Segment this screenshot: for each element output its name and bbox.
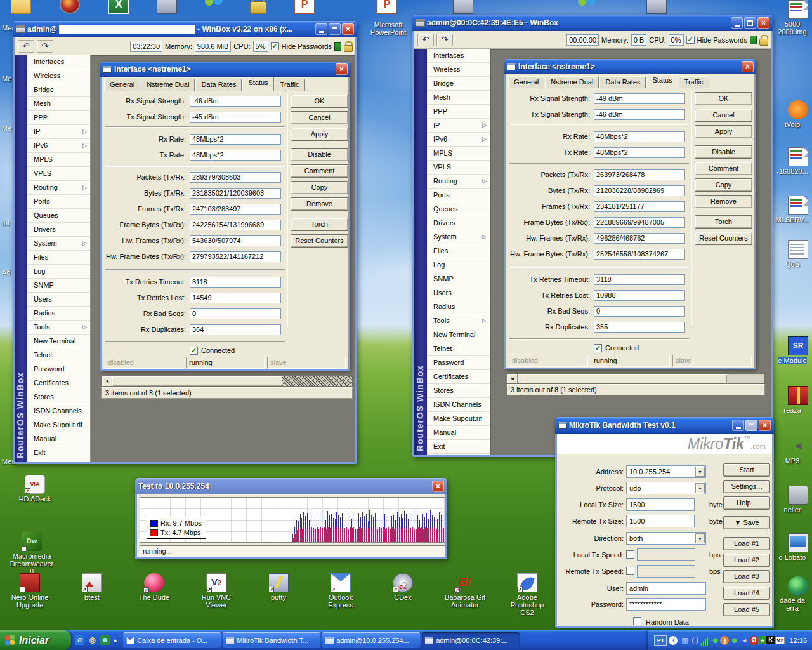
desktop-icon-adobe-photoshop-cs2[interactable]: ↗Adobe Photoshop CS2: [505, 573, 549, 616]
radio-orange-icon[interactable]: ): [720, 636, 729, 645]
desktop-icon-appbox[interactable]: [441, 0, 485, 14]
sidebar-item-make-supout-rif[interactable]: Make Supout.rif: [427, 412, 490, 426]
ok-button[interactable]: OK: [695, 92, 752, 105]
sidebar-item-vpls[interactable]: VPLS: [427, 161, 490, 175]
scroll-left-arrow-icon[interactable]: ◄: [102, 376, 112, 386]
desktop-icon-putty[interactable]: ↗putty: [256, 573, 301, 601]
field-value-rx-bad-seqs[interactable]: 0: [190, 308, 281, 319]
chevron-down-icon[interactable]: ▼: [695, 533, 705, 543]
scrollbar-thumb[interactable]: [112, 376, 282, 386]
field-value-hw-frame-bytes-tx-rx[interactable]: 252546558/108374267: [594, 249, 685, 260]
cancel-button[interactable]: Cancel: [695, 109, 752, 122]
field-value-frame-bytes-tx-rx[interactable]: 242256154/131996689: [190, 220, 281, 230]
desktop-icon-nero-online-upgrade[interactable]: ↗Nero Online Upgrade: [8, 573, 52, 609]
tab-data-rates[interactable]: Data Rates: [195, 79, 242, 91]
tab-data-rates[interactable]: Data Rates: [599, 76, 646, 88]
titlebar[interactable]: admin@00:0C:42:39:4E:E5 - WinBox ×: [412, 15, 773, 31]
sidebar-item-system[interactable]: System▷: [427, 230, 490, 244]
sidebar-item-password[interactable]: Password: [27, 362, 90, 376]
sidebar-item-isdn-channels[interactable]: ISDN Channels: [27, 404, 90, 418]
desktop-icon-nelier[interactable]: nelier: [773, 486, 812, 514]
desktop-icon-folder[interactable]: [0, 0, 43, 14]
hide-passwords-checkbox[interactable]: ✓: [271, 42, 279, 50]
chevron-down-icon[interactable]: ▼: [695, 467, 705, 477]
desktop-icon-o-lobato[interactable]: o Lobato: [773, 533, 812, 561]
sidebar-item-ports[interactable]: Ports: [427, 189, 490, 202]
sidebar-item-drivers[interactable]: Drivers: [27, 223, 90, 237]
apply-button[interactable]: Apply: [291, 128, 348, 141]
remove-button[interactable]: Remove: [291, 197, 348, 211]
sidebar-item-mpls[interactable]: MPLS: [27, 153, 90, 167]
start-button[interactable]: Iniciar: [0, 630, 71, 650]
field-value-hw-frames-tx-rx[interactable]: 496286/468762: [594, 233, 685, 244]
sidebar-item-isdn-channels[interactable]: ISDN Channels: [427, 398, 490, 412]
field-value-packets-tx-rx[interactable]: 289379/308603: [190, 172, 281, 183]
field-value-rx-signal-strength[interactable]: -49 dBm: [594, 93, 685, 104]
titlebar[interactable]: admin@ - WinBox v3.22 on x86 (x... ×: [13, 21, 357, 37]
reset-counters-button[interactable]: Reset Counters: [695, 232, 752, 245]
sidebar-item-files[interactable]: Files: [27, 251, 90, 265]
load-2-button[interactable]: Load #2: [723, 554, 770, 567]
maximize-button[interactable]: [329, 23, 341, 35]
remote-tx-speed-checkbox[interactable]: [626, 567, 634, 575]
desktop-icon-nero[interactable]: [48, 0, 92, 14]
field-value-bytes-tx-rx[interactable]: 212036228/88902969: [594, 185, 685, 196]
field-value-tx-retries-timeout[interactable]: 3118: [190, 277, 281, 288]
user-field[interactable]: admin: [626, 582, 706, 595]
sidebar-item-log[interactable]: Log: [427, 258, 490, 272]
sidebar-item-ip[interactable]: IP▷: [27, 125, 90, 139]
tab-traffic[interactable]: Traffic: [275, 79, 305, 91]
dialog-titlebar[interactable]: Interface <nstreme1> ×: [504, 59, 756, 74]
password-field[interactable]: ************: [626, 598, 706, 611]
cancel-button[interactable]: Cancel: [291, 111, 348, 124]
ok-button[interactable]: OK: [291, 95, 348, 108]
address-combobox[interactable]: 10.0.255.254▼: [626, 465, 706, 478]
field-value-tx-signal-strength[interactable]: -45 dBm: [190, 112, 281, 123]
field-value-frames-tx-rx[interactable]: 247103/283497: [190, 204, 281, 215]
comment-button[interactable]: Comment: [695, 162, 752, 175]
desktop-icon-btest[interactable]: ↗btest: [70, 573, 114, 601]
desktop-icon-babarosa-gif-animator[interactable]: B!↗Babarosa Gif Animator: [443, 573, 487, 609]
sidebar-item-mpls[interactable]: MPLS: [427, 147, 490, 161]
field-value-packets-tx-rx[interactable]: 263973/268478: [594, 169, 685, 180]
sidebar-item-ppp[interactable]: PPP: [427, 105, 490, 119]
close-button[interactable]: ×: [759, 420, 771, 431]
copy-button[interactable]: Copy: [291, 181, 348, 194]
field-value-tx-rate[interactable]: 48Mbps*2: [594, 147, 685, 158]
field-value-rx-bad-seqs[interactable]: 0: [594, 306, 685, 317]
hide-passwords-checkbox[interactable]: ✓: [686, 36, 695, 44]
sidebar-item-password[interactable]: Password: [427, 356, 490, 370]
desktop-icon-msn[interactable]: [192, 0, 236, 14]
field-value-tx-retries-lost[interactable]: 10988: [594, 290, 685, 301]
field-value-rx-rate[interactable]: 48Mbps*2: [594, 131, 685, 142]
scroll-left-arrow-icon[interactable]: ◄: [508, 374, 518, 383]
user-green-icon[interactable]: ☻: [710, 635, 720, 646]
titlebar[interactable]: MikroTik Bandwidth Test v0.1 ×: [555, 417, 774, 434]
field-value-rx-rate[interactable]: 48Mbps*2: [190, 134, 281, 145]
close-button[interactable]: ×: [432, 481, 444, 492]
sidebar-item-mesh[interactable]: Mesh: [427, 91, 490, 105]
explorer-icon[interactable]: ◎: [88, 635, 97, 645]
volume-icon[interactable]: ◄: [739, 635, 749, 646]
sidebar-item-mesh[interactable]: Mesh: [27, 97, 90, 111]
desktop-icon-appbox[interactable]: [145, 0, 189, 14]
interface-list-hscrollbar[interactable]: ◄: [102, 376, 353, 387]
dialog-titlebar[interactable]: Interface <nstreme1> ×: [100, 62, 350, 77]
sidebar-item-files[interactable]: Files: [427, 244, 490, 258]
taskbar-button-mikrotik-bandwidth-t[interactable]: MikroTik Bandwidth T...: [223, 632, 320, 648]
disable-button[interactable]: Disable: [291, 148, 348, 161]
load-5-button[interactable]: Load #5: [723, 603, 770, 616]
sidebar-item-exit[interactable]: Exit: [27, 446, 90, 460]
sidebar-item-users[interactable]: Users: [27, 293, 90, 307]
kaspersky-icon[interactable]: K: [766, 636, 775, 644]
language-indicator[interactable]: PT: [654, 635, 667, 646]
scrollbar-hatch-track[interactable]: [282, 376, 352, 386]
direction-combobox[interactable]: both▼: [626, 532, 706, 545]
sidebar-item-users[interactable]: Users: [427, 286, 490, 300]
sidebar-item-routing[interactable]: Routing▷: [27, 181, 90, 195]
scrollbar-thumb[interactable]: [518, 374, 727, 383]
sidebar-item-radius[interactable]: Radius: [27, 307, 90, 321]
sidebar-item-wireless[interactable]: Wireless: [27, 69, 90, 83]
field-value-tx-signal-strength[interactable]: -46 dBm: [594, 109, 685, 120]
sidebar-item-snmp[interactable]: SNMP: [427, 272, 490, 286]
